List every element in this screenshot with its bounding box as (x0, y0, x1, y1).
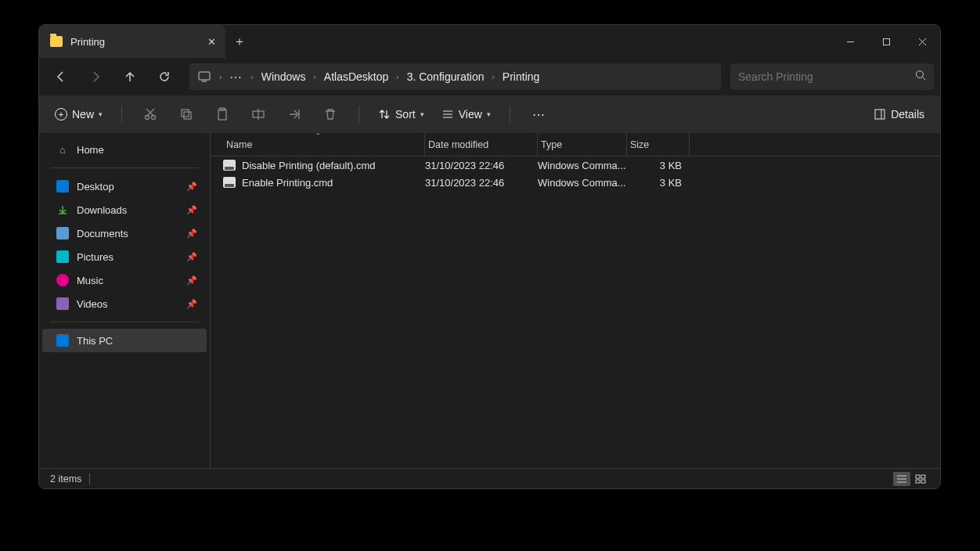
sort-button[interactable]: Sort ▾ (372, 105, 431, 124)
file-row[interactable]: Enable Printing.cmd 31/10/2023 22:46 Win… (211, 174, 940, 191)
chevron-down-icon: ▾ (420, 110, 424, 118)
pin-icon: 📌 (186, 229, 197, 239)
sidebar-item-videos[interactable]: Videos 📌 (42, 292, 207, 315)
column-headers: Name ⌃ Date modified Type Size (211, 133, 940, 157)
details-view-button[interactable] (893, 472, 910, 486)
paste-button[interactable] (207, 100, 238, 128)
pictures-icon (56, 250, 69, 263)
sidebar-item-documents[interactable]: Documents 📌 (42, 221, 207, 245)
titlebar: Printing ✕ ＋ (39, 25, 940, 58)
search-input[interactable] (738, 70, 915, 83)
svg-rect-14 (218, 110, 226, 120)
up-button[interactable] (114, 63, 146, 91)
new-button[interactable]: + New ▾ (49, 105, 109, 124)
sidebar-label: Downloads (77, 204, 127, 216)
sort-icon (378, 108, 391, 121)
chevron-right-icon: › (391, 73, 403, 81)
file-explorer-window: Printing ✕ ＋ › ⋯ › Windows › AtlasDeskto… (38, 24, 941, 489)
close-tab-icon[interactable]: ✕ (207, 36, 216, 48)
svg-line-10 (146, 109, 153, 116)
search-box[interactable] (730, 63, 934, 90)
file-date: 31/10/2023 22:46 (425, 177, 538, 189)
details-button[interactable]: Details (867, 105, 931, 124)
sidebar-label: Videos (77, 298, 108, 310)
breadcrumb-item[interactable]: Windows (258, 70, 309, 83)
cmd-file-icon (223, 160, 236, 171)
close-window-button[interactable] (904, 25, 940, 58)
sidebar-item-music[interactable]: Music 📌 (42, 268, 207, 292)
share-button[interactable] (279, 100, 310, 128)
file-row[interactable]: Disable Printing (default).cmd 31/10/202… (211, 157, 940, 174)
cut-button[interactable] (135, 100, 166, 128)
body: ⌂ Home Desktop 📌 Downloads 📌 Documents 📌 (39, 133, 940, 468)
file-name: Disable Printing (default).cmd (242, 160, 376, 171)
new-tab-button[interactable]: ＋ (225, 25, 254, 58)
content-pane: Name ⌃ Date modified Type Size Disable P… (210, 133, 940, 468)
videos-icon (56, 297, 69, 310)
search-icon[interactable] (915, 70, 926, 84)
svg-rect-12 (182, 110, 189, 117)
sidebar-item-home[interactable]: ⌂ Home (42, 138, 207, 161)
view-icon (441, 108, 454, 121)
thumbnails-view-button[interactable] (912, 472, 929, 486)
more-button[interactable]: ⋯ (523, 100, 554, 128)
svg-point-9 (152, 116, 156, 120)
sidebar-label: Music (77, 275, 103, 286)
address-bar: › ⋯ › Windows › AtlasDesktop › 3. Config… (39, 58, 940, 95)
pc-icon (56, 334, 69, 347)
sidebar-label: This PC (77, 335, 113, 347)
breadcrumb-item[interactable]: AtlasDesktop (321, 70, 391, 83)
file-size: 3 KB (627, 160, 690, 171)
breadcrumb-item[interactable]: Printing (499, 70, 542, 83)
tab-title: Printing (70, 36, 105, 48)
breadcrumb-item[interactable]: 3. Configuration (404, 70, 488, 83)
sidebar-item-pictures[interactable]: Pictures 📌 (42, 245, 207, 268)
column-header-date[interactable]: Date modified (425, 133, 538, 156)
chevron-down-icon: ▾ (99, 110, 103, 118)
sidebar-item-thispc[interactable]: This PC (42, 329, 207, 352)
breadcrumb-overflow[interactable]: ⋯ (226, 70, 246, 85)
svg-rect-27 (921, 475, 925, 478)
column-header-type[interactable]: Type (538, 133, 627, 156)
downloads-icon (56, 203, 69, 216)
view-button[interactable]: View ▾ (435, 105, 497, 124)
forward-button[interactable] (80, 63, 111, 91)
home-icon: ⌂ (56, 143, 69, 156)
file-type: Windows Comma... (538, 177, 627, 189)
breadcrumb[interactable]: › ⋯ › Windows › AtlasDesktop › 3. Config… (189, 63, 721, 90)
column-header-name[interactable]: Name ⌃ (223, 133, 425, 156)
back-button[interactable] (45, 63, 77, 91)
pin-icon: 📌 (186, 276, 197, 286)
sort-label: Sort (395, 108, 416, 121)
rename-button[interactable] (243, 100, 274, 128)
column-header-size[interactable]: Size (627, 133, 690, 156)
delete-button[interactable] (315, 100, 346, 128)
pin-icon: 📌 (186, 205, 197, 215)
folder-icon (50, 36, 63, 47)
sidebar-label: Documents (77, 228, 128, 239)
toolbar: + New ▾ Sort ▾ View ▾ ⋯ Details (39, 95, 940, 133)
svg-point-6 (917, 71, 924, 78)
maximize-button[interactable] (868, 25, 904, 58)
new-label: New (72, 108, 94, 121)
chevron-right-icon: › (488, 73, 499, 81)
svg-rect-26 (916, 475, 920, 478)
pc-icon (194, 71, 214, 82)
window-controls (832, 25, 940, 58)
sidebar-label: Pictures (77, 251, 113, 263)
sidebar-label: Desktop (77, 181, 114, 193)
sidebar-item-downloads[interactable]: Downloads 📌 (42, 198, 207, 221)
sort-asc-icon: ⌃ (315, 132, 321, 139)
tab-printing[interactable]: Printing ✕ (39, 25, 225, 58)
view-label: View (459, 108, 482, 121)
sidebar-item-desktop[interactable]: Desktop 📌 (42, 175, 207, 198)
minimize-button[interactable] (832, 25, 868, 58)
svg-line-11 (147, 109, 154, 116)
file-date: 31/10/2023 22:46 (425, 160, 538, 171)
svg-line-7 (923, 77, 926, 81)
sidebar-label: Home (77, 144, 104, 156)
copy-button[interactable] (171, 100, 202, 128)
refresh-button[interactable] (149, 63, 180, 91)
details-label: Details (891, 108, 924, 121)
cmd-file-icon (223, 177, 236, 188)
